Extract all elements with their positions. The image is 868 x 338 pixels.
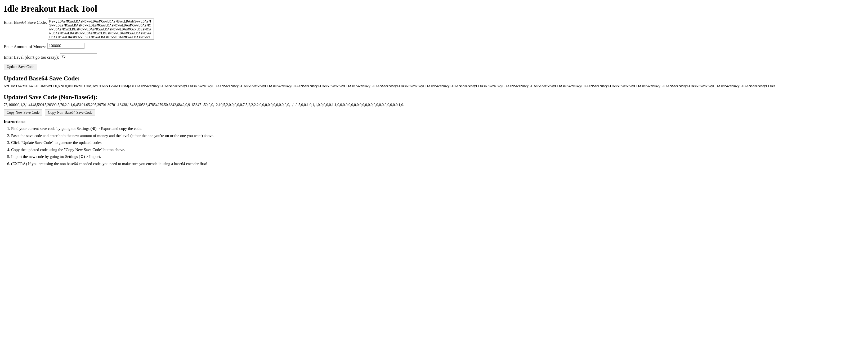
instruction-item: (EXTRA) If you are using the non base64 … xyxy=(11,161,864,167)
instruction-item: Copy the updated code using the "Copy Ne… xyxy=(11,147,864,153)
level-row: Enter Level (don't go too crazy): xyxy=(4,54,864,61)
save-code-input[interactable]: MiwyLDAsMCwwLDAsMCwwLDAsMCwwLDAsMSwxLDAs… xyxy=(48,19,154,40)
save-code-label: Enter Base64 Save Code: xyxy=(4,19,47,26)
updated-nonbase64-value: 75,100000,1,2,1,4148,59015,20390,5,76,2,… xyxy=(4,102,864,108)
instruction-item: Find your current save code by going to:… xyxy=(11,126,864,132)
money-row: Enter Amount of Money: xyxy=(4,43,864,50)
page-title: Idle Breakout Hack Tool xyxy=(4,4,864,14)
copy-new-save-code-button[interactable]: Copy New Save Code xyxy=(4,109,42,116)
updated-base64-heading: Updated Base64 Save Code: xyxy=(4,75,864,82)
instruction-item: Click "Update Save Code" to generate the… xyxy=(11,140,864,146)
save-code-row: Enter Base64 Save Code: MiwyLDAsMCwwLDAs… xyxy=(4,19,864,40)
copy-nonbase64-save-code-button[interactable]: Copy Non-Base64 Save Code xyxy=(45,109,95,116)
level-label: Enter Level (don't go too crazy): xyxy=(4,54,59,61)
update-save-code-button[interactable]: Update Save Code xyxy=(4,64,37,70)
updated-nonbase64-heading: Updated Save Code (Non-Base64): xyxy=(4,94,864,101)
instruction-item: Import the new code by going to: Setting… xyxy=(11,154,864,160)
copy-buttons-row: Copy New Save Code Copy Non-Base64 Save … xyxy=(4,109,864,116)
level-input[interactable] xyxy=(60,54,97,59)
update-btn-row: Update Save Code xyxy=(4,64,864,70)
money-input[interactable] xyxy=(48,43,85,49)
instructions-title: Instructions: xyxy=(4,120,864,124)
money-label: Enter Amount of Money: xyxy=(4,43,46,50)
instructions-section: Instructions: Find your current save cod… xyxy=(4,120,864,167)
instruction-item: Paste the save code and enter both the n… xyxy=(11,133,864,139)
updated-base64-value: NzUsMTAwMDAwLDEsMiwxLDQxNDgsNTkwMTUsMjAz… xyxy=(4,83,864,89)
instructions-list: Find your current save code by going to:… xyxy=(11,126,864,167)
